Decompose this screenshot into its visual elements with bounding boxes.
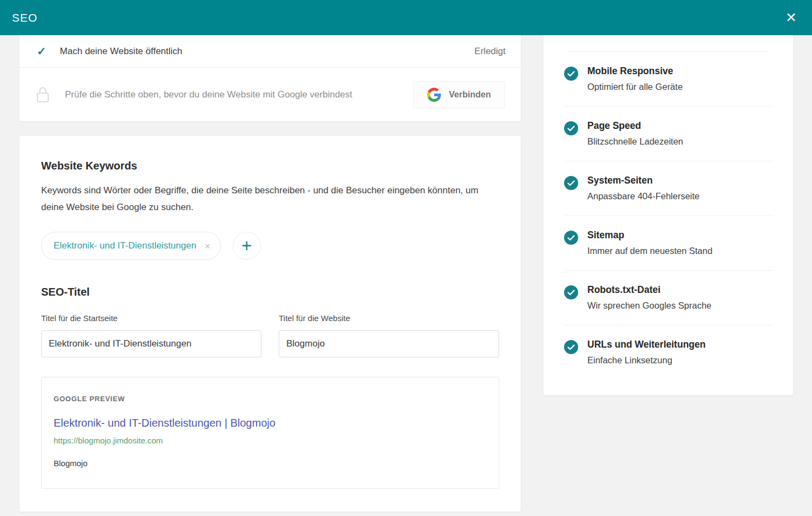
feature-title: Sitemap — [587, 230, 712, 241]
check-circle-icon — [564, 340, 578, 354]
google-preview-label: GOOGLE PREVIEW — [54, 395, 487, 403]
check-circle-icon — [564, 285, 578, 299]
google-preview-description: Blogmojo — [54, 459, 487, 468]
seo-features-card: Mobile Responsive Optimiert für alle Ger… — [543, 35, 793, 395]
feature-title: Robots.txt-Datei — [587, 284, 711, 296]
homepage-title-input[interactable] — [41, 330, 261, 357]
status-badge: Erledigt — [474, 46, 506, 57]
check-circle-icon — [564, 231, 578, 245]
feature-subtitle: Anpassbare 404-Fehlerseite — [587, 191, 699, 201]
google-logo-icon — [427, 88, 441, 102]
homepage-title-field-group: Titel für die Startseite — [41, 313, 261, 357]
feature-item-robots-txt: Robots.txt-Datei Wir sprechen Googles Sp… — [564, 271, 772, 325]
checklist-item-label: Mach deine Website öffentlich — [60, 46, 182, 57]
feature-subtitle: Einfache Linksetzung — [587, 355, 705, 365]
remove-keyword-icon[interactable]: × — [205, 241, 211, 251]
seo-settings-card: Website Keywords Keywords sind Wörter od… — [19, 136, 521, 512]
plus-icon: + — [241, 236, 252, 256]
feature-item-sitemap: Sitemap Immer auf dem neuesten Stand — [564, 216, 772, 271]
feature-title: URLs und Weiterleitungen — [587, 339, 705, 350]
close-icon[interactable]: ✕ — [782, 9, 800, 27]
feature-subtitle: Immer auf dem neuesten Stand — [587, 246, 712, 256]
feature-subtitle: Wir sprechen Googles Sprache — [587, 301, 711, 311]
feature-title: System-Seiten — [587, 175, 699, 186]
checklist-row-website-public: ✓ Mach deine Website öffentlich Erledigt — [19, 35, 521, 68]
checkmark-icon: ✓ — [37, 45, 47, 58]
google-connect-button-label: Verbinden — [449, 90, 490, 100]
check-circle-icon — [564, 67, 578, 81]
google-connect-button[interactable]: Verbinden — [413, 81, 505, 108]
features-column: Mobile Responsive Optimiert für alle Ger… — [543, 35, 793, 395]
google-preview-box: GOOGLE PREVIEW Elektronik- und IT-Dienst… — [41, 377, 499, 489]
check-circle-icon — [564, 176, 578, 190]
seo-title-fields: Titel für die Startseite Titel für die W… — [41, 313, 499, 357]
website-title-field-group: Titel für die Website — [279, 313, 499, 357]
google-connect-card: ✓ Mach deine Website öffentlich Erledigt… — [19, 35, 521, 121]
feature-subtitle: Blitzschnelle Ladezeiten — [587, 136, 683, 147]
keyword-chip-label: Elektronik- und IT-Dienstleistungen — [54, 240, 197, 251]
feature-item-system-pages: System-Seiten Anpassbare 404-Fehlerseite — [564, 161, 772, 216]
feature-item-mobile-responsive: Mobile Responsive Optimiert für alle Ger… — [564, 52, 772, 107]
main-column: ✓ Mach deine Website öffentlich Erledigt… — [19, 35, 521, 512]
feature-title: Mobile Responsive — [587, 66, 683, 77]
keyword-chip[interactable]: Elektronik- und IT-Dienstleistungen × — [41, 232, 221, 260]
feature-subtitle: Optimiert für alle Geräte — [587, 82, 683, 92]
add-keyword-button[interactable]: + — [233, 232, 261, 260]
lock-icon — [36, 86, 50, 103]
homepage-title-label: Titel für die Startseite — [41, 313, 261, 323]
feature-item-page-speed: Page Speed Blitzschnelle Ladezeiten — [564, 107, 772, 161]
google-preview-title: Elektronik- und IT-Dienstleistungen | Bl… — [54, 417, 487, 429]
page-title: SEO — [12, 11, 37, 24]
feature-item-urls-redirects: URLs und Weiterleitungen Einfache Linkse… — [564, 325, 772, 380]
google-connect-row: Prüfe die Schritte oben, bevor du deine … — [19, 68, 521, 121]
keywords-chip-row: Elektronik- und IT-Dienstleistungen × + — [41, 232, 499, 260]
feature-title: Page Speed — [587, 120, 683, 132]
website-title-label: Titel für die Website — [279, 313, 499, 323]
seo-panel-header: SEO ✕ — [0, 0, 812, 35]
google-connect-hint: Prüfe die Schritte oben, bevor du deine … — [65, 89, 352, 100]
google-preview-url: https://blogmojo.jimdosite.com — [54, 436, 487, 445]
keywords-section-title: Website Keywords — [41, 160, 499, 172]
check-circle-icon — [564, 121, 578, 135]
keywords-description: Keywords sind Wörter oder Begriffe, die … — [41, 182, 490, 215]
divider — [566, 35, 770, 52]
seo-title-section-title: SEO-Titel — [41, 286, 499, 298]
website-title-input[interactable] — [279, 330, 499, 357]
